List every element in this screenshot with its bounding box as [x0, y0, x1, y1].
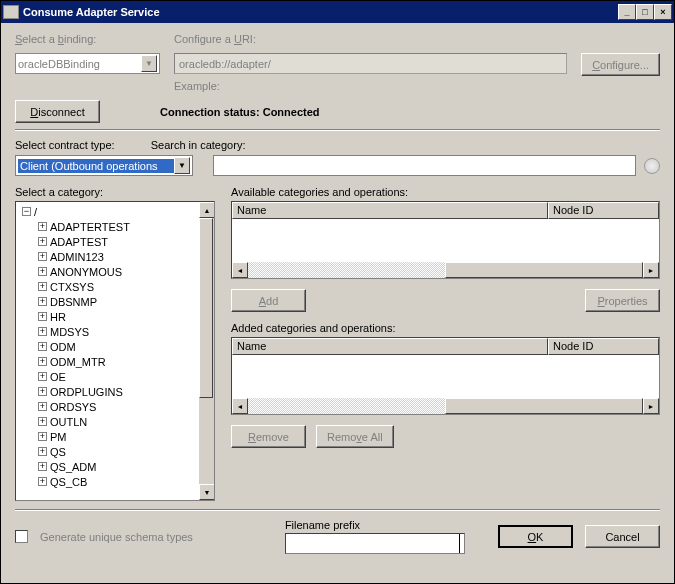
tree-item[interactable]: +ADMIN123 — [20, 249, 210, 264]
app-icon — [3, 5, 19, 19]
columns: Select a category: −/+ADAPTERTEST+ADAPTE… — [15, 186, 660, 501]
expand-icon[interactable]: + — [38, 387, 47, 396]
uri-input: oracledb://adapter/ — [174, 53, 567, 74]
contract-label: Select contract type: — [15, 139, 115, 151]
available-table[interactable]: Name Node ID ◄ ► — [231, 201, 660, 279]
top-row2: oracleDBBinding ▼ oracledb://adapter/ Co… — [15, 53, 660, 76]
fileprefix-input[interactable] — [285, 533, 465, 554]
tree-root[interactable]: −/ — [20, 204, 210, 219]
window-controls: _ □ × — [618, 4, 672, 20]
top-row: Select a binding: Configure a URI: — [15, 33, 660, 45]
window-title: Consume Adapter Service — [23, 6, 618, 18]
expand-icon[interactable]: + — [38, 222, 47, 231]
added-col-nodeid[interactable]: Node ID — [548, 338, 659, 355]
expand-icon[interactable]: + — [38, 327, 47, 336]
example-row: Example: — [15, 80, 660, 92]
category-label: Select a category: — [15, 186, 215, 198]
tree-item[interactable]: +ORDSYS — [20, 399, 210, 414]
expand-icon[interactable]: + — [38, 237, 47, 246]
search-input[interactable] — [213, 155, 636, 176]
connection-row: Disconnect Connection status: Connected — [15, 100, 660, 123]
expand-icon[interactable]: + — [38, 252, 47, 261]
minimize-button[interactable]: _ — [618, 4, 636, 20]
expand-icon[interactable]: + — [38, 402, 47, 411]
contract-value: Client (Outbound operations — [18, 159, 174, 173]
uri-value: oracledb://adapter/ — [179, 58, 271, 70]
scroll-up-icon[interactable]: ▲ — [199, 202, 215, 218]
scroll-down-icon[interactable]: ▼ — [199, 484, 215, 500]
maximize-button[interactable]: □ — [636, 4, 654, 20]
schema-checkbox[interactable] — [15, 530, 28, 543]
added-col-name[interactable]: Name — [232, 338, 548, 355]
tree-item[interactable]: +ODM — [20, 339, 210, 354]
expand-icon[interactable]: + — [38, 432, 47, 441]
scroll-right-icon[interactable]: ► — [643, 262, 659, 278]
expand-icon[interactable]: + — [38, 462, 47, 471]
tree-item[interactable]: +MDSYS — [20, 324, 210, 339]
scroll-left-icon[interactable]: ◄ — [232, 262, 248, 278]
scroll-thumb[interactable] — [199, 218, 213, 398]
tree-item[interactable]: +PM — [20, 429, 210, 444]
binding-value: oracleDBBinding — [18, 58, 100, 70]
dialog-window: Consume Adapter Service _ □ × Select a b… — [0, 0, 675, 584]
tree-item[interactable]: +DBSNMP — [20, 294, 210, 309]
ok-button[interactable]: OK — [498, 525, 573, 548]
chevron-down-icon: ▼ — [141, 55, 157, 72]
expand-icon[interactable]: + — [38, 342, 47, 351]
tree-item[interactable]: +ODM_MTR — [20, 354, 210, 369]
added-buttons: Remove Remove All — [231, 425, 660, 448]
added-table[interactable]: Name Node ID ◄ ► — [231, 337, 660, 415]
avail-buttons: Add Properties — [231, 289, 660, 312]
tree-scrollbar[interactable]: ▲ ▼ — [198, 202, 214, 500]
tree-item[interactable]: +OUTLN — [20, 414, 210, 429]
connection-status: Connection status: Connected — [160, 106, 320, 118]
scroll-left-icon[interactable]: ◄ — [232, 398, 248, 414]
configure-button[interactable]: Configure... — [581, 53, 660, 76]
remove-button[interactable]: Remove — [231, 425, 306, 448]
expand-icon[interactable]: + — [38, 267, 47, 276]
tree-item[interactable]: +CTXSYS — [20, 279, 210, 294]
tree-item[interactable]: +QS_ADM — [20, 459, 210, 474]
expand-icon[interactable]: + — [38, 417, 47, 426]
expand-icon[interactable]: + — [38, 447, 47, 456]
tree-item[interactable]: +QS — [20, 444, 210, 459]
divider — [15, 129, 660, 131]
expand-icon[interactable]: + — [38, 357, 47, 366]
expand-icon[interactable]: + — [38, 372, 47, 381]
right-column: Available categories and operations: Nam… — [231, 186, 660, 501]
added-hscroll[interactable]: ◄ ► — [232, 398, 659, 414]
tree-item[interactable]: +ADAPTEST — [20, 234, 210, 249]
expand-icon[interactable]: + — [38, 297, 47, 306]
scroll-right-icon[interactable]: ► — [643, 398, 659, 414]
tree-item[interactable]: +ADAPTERTEST — [20, 219, 210, 234]
collapse-icon[interactable]: − — [22, 207, 31, 216]
expand-icon[interactable]: + — [38, 477, 47, 486]
disconnect-button[interactable]: Disconnect — [15, 100, 100, 123]
binding-combo[interactable]: oracleDBBinding ▼ — [15, 53, 160, 74]
tree-item[interactable]: +HR — [20, 309, 210, 324]
available-col-name[interactable]: Name — [232, 202, 548, 219]
tree-item[interactable]: +QS_CB — [20, 474, 210, 489]
removeall-button[interactable]: Remove All — [316, 425, 394, 448]
fileprefix-label: Filename prefix — [285, 519, 465, 531]
footer-divider — [15, 509, 660, 511]
add-button[interactable]: Add — [231, 289, 306, 312]
example-label: Example: — [174, 80, 220, 92]
search-label: Search in category: — [151, 139, 246, 151]
category-tree[interactable]: −/+ADAPTERTEST+ADAPTEST+ADMIN123+ANONYMO… — [15, 201, 215, 501]
available-col-nodeid[interactable]: Node ID — [548, 202, 659, 219]
expand-icon[interactable]: + — [38, 282, 47, 291]
search-icon[interactable] — [644, 158, 660, 174]
contract-combo[interactable]: Client (Outbound operations ▼ — [15, 155, 193, 176]
titlebar[interactable]: Consume Adapter Service _ □ × — [1, 1, 674, 23]
left-column: Select a category: −/+ADAPTERTEST+ADAPTE… — [15, 186, 215, 501]
tree-item[interactable]: +ANONYMOUS — [20, 264, 210, 279]
properties-button[interactable]: Properties — [585, 289, 660, 312]
expand-icon[interactable]: + — [38, 312, 47, 321]
cancel-button[interactable]: Cancel — [585, 525, 660, 548]
close-button[interactable]: × — [654, 4, 672, 20]
binding-label: Select a binding: — [15, 33, 160, 45]
available-hscroll[interactable]: ◄ ► — [232, 262, 659, 278]
tree-item[interactable]: +OE — [20, 369, 210, 384]
tree-item[interactable]: +ORDPLUGINS — [20, 384, 210, 399]
